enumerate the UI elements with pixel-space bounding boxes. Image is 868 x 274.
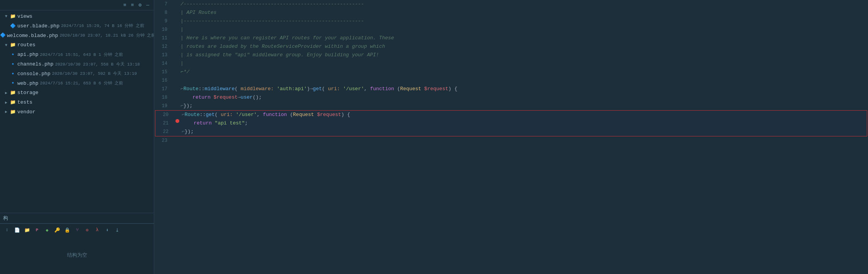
icon-down-arrow[interactable]: ⬇ — [103, 226, 111, 234]
tree-item-routes[interactable]: ▼ 📁 routes — [0, 40, 154, 50]
php-icon-api: 🔹 — [9, 51, 16, 59]
folder-icon-storage: 📁 — [9, 89, 16, 97]
file-meta-welcome-blade: 2020/10/30 23:07, 18.21 kB 26 分钟 之前 — [60, 32, 154, 39]
code-line-14: 14 | — [154, 59, 868, 68]
tree-item-views[interactable]: ▼ 📁 views — [0, 12, 154, 22]
structure-empty-label: 结构为空 — [0, 236, 154, 274]
line-num-9: 9 — [154, 17, 174, 25]
expand-arrow-tests: ▶ — [3, 100, 9, 106]
tree-item-user-blade[interactable]: 🔷 user.blade.php 2024/7/16 15:29, 74 B 1… — [0, 22, 154, 31]
code-line-20: 20 ⌐Route::get( uri: '/user', function (… — [155, 111, 867, 119]
tree-item-api-php[interactable]: 🔹 api.php 2024/7/16 15:51, 643 B 1 分钟 之前 — [0, 50, 154, 60]
editor-panel: 7 /-------------------------------------… — [154, 0, 868, 274]
tree-item-console-php[interactable]: 🔹 console.php 2020/10/30 23:07, 592 B 今天… — [0, 69, 154, 79]
tree-item-web-php[interactable]: 🔹 web.php 2024/7/16 15:21, 653 B 6 分钟 之前 — [0, 79, 154, 89]
code-area[interactable]: 7 /-------------------------------------… — [154, 0, 868, 274]
code-line-21: 21 return "api test"; — [155, 119, 867, 128]
line-content-19: ⌐}); — [179, 102, 868, 110]
new-file-icon[interactable]: 📄 — [13, 226, 21, 234]
align-right-icon[interactable]: ≡ — [130, 2, 136, 9]
folder-label-routes: routes — [17, 41, 35, 49]
line-content-8: | API Routes — [179, 8, 868, 17]
line-num-21: 21 — [155, 119, 175, 128]
icon-key[interactable]: 🔑 — [53, 226, 61, 234]
expand-arrow-vendor: ▶ — [3, 109, 9, 115]
line-content-7: /---------------------------------------… — [179, 0, 868, 8]
expand-arrow-views: ▼ — [3, 13, 9, 20]
code-line-18: 18 return $request→user(); — [154, 93, 868, 102]
tree-item-channels-php[interactable]: 🔹 channels.php 2020/10/30 23:07, 558 B 今… — [0, 60, 154, 69]
icon-diamond[interactable]: ◆ — [43, 226, 51, 234]
sort-icon[interactable]: ↕ — [3, 226, 11, 234]
php-icon-console: 🔹 — [9, 71, 16, 78]
code-line-7: 7 /-------------------------------------… — [154, 0, 868, 8]
line-num-23: 23 — [154, 136, 174, 145]
highlighted-block: 20 ⌐Route::get( uri: '/user', function (… — [155, 110, 867, 136]
line-num-13: 13 — [154, 51, 174, 59]
line-content-12: | routes are loaded by the RouteServiceP… — [179, 42, 868, 51]
line-num-16: 16 — [154, 76, 174, 85]
line-num-8: 8 — [154, 8, 174, 17]
expand-arrow-routes: ▼ — [3, 42, 9, 49]
code-line-15: 15 ⌐*/ — [154, 68, 868, 76]
tree-item-storage[interactable]: ▶ 📁 storage — [0, 88, 154, 98]
line-content-9: |---------------------------------------… — [179, 17, 868, 25]
line-num-22: 22 — [155, 128, 175, 136]
code-line-19: 19 ⌐}); — [154, 102, 868, 110]
file-meta-web: 2024/7/16 15:21, 653 B 6 分钟 之前 — [40, 80, 123, 87]
file-meta-console: 2020/10/30 23:07, 592 B 今天 13:19 — [52, 71, 137, 77]
line-content-11: | Here is where you can register API rou… — [179, 34, 868, 42]
icon-down-arrow2[interactable]: ⤓ — [113, 226, 121, 234]
folder-icon-tests: 📁 — [9, 99, 16, 106]
file-label-channels: channels.php — [17, 61, 54, 69]
line-content-13: | is assigned the "api" middleware group… — [179, 51, 868, 59]
line-num-11: 11 — [154, 34, 174, 42]
line-content-20: ⌐Route::get( uri: '/user', function (Req… — [180, 111, 867, 119]
line-content-17: ⌐Route::middleware( middleware: 'auth:ap… — [179, 85, 868, 93]
tree-item-vendor[interactable]: ▶ 📁 vendor — [0, 108, 154, 117]
icon-p[interactable]: P — [33, 226, 41, 234]
file-label-console: console.php — [17, 70, 51, 78]
left-top-toolbar: ≡ ≡ ⚙ — — [0, 0, 154, 10]
tree-item-welcome-blade[interactable]: 🔷 welcome.blade.php 2020/10/30 23:07, 18… — [0, 31, 154, 41]
bottom-toolbar: ↕ 📄 📁 P ◆ 🔑 🔒 ⑂ ⊙ λ ⬇ ⤓ — [0, 224, 154, 236]
file-label-welcome-blade: welcome.blade.php — [7, 32, 58, 40]
line-content-18: return $request→user(); — [179, 93, 868, 102]
code-line-13: 13 | is assigned the "api" middleware gr… — [154, 51, 868, 59]
breakpoint-dot-21 — [175, 119, 179, 123]
line-content-10: | — [179, 25, 868, 34]
settings-icon[interactable]: ⚙ — [137, 1, 143, 9]
new-folder-icon[interactable]: 📁 — [23, 226, 31, 234]
icon-branch[interactable]: ⑂ — [73, 226, 81, 234]
icon-lambda[interactable]: λ — [93, 226, 101, 234]
tree-item-tests[interactable]: ▶ 📁 tests — [0, 98, 154, 108]
folder-label-views: views — [17, 13, 32, 21]
code-line-22: 22 ⌐}); — [155, 128, 867, 136]
folder-icon-routes: 📁 — [9, 42, 16, 49]
file-label-web: web.php — [17, 80, 39, 88]
line-content-21: return "api test"; — [180, 119, 867, 128]
file-tree: ▼ 📁 views 🔷 user.blade.php 2024/7/16 15:… — [0, 10, 154, 213]
php-icon-channels: 🔹 — [9, 61, 16, 68]
expand-arrow-storage: ▶ — [3, 90, 9, 96]
icon-circle[interactable]: ⊙ — [83, 226, 91, 234]
icon-lock[interactable]: 🔒 — [63, 226, 71, 234]
folder-label-tests: tests — [17, 99, 32, 107]
code-line-11: 11 | Here is where you can register API … — [154, 34, 868, 42]
folder-label-vendor: vendor — [17, 108, 35, 116]
align-center-icon[interactable]: ≡ — [122, 2, 128, 9]
code-line-8: 8 | API Routes — [154, 8, 868, 17]
file-label-user-blade: user.blade.php — [17, 22, 59, 30]
line-content-22: ⌐}); — [180, 128, 867, 136]
php-icon-user-blade: 🔷 — [9, 23, 16, 30]
search-bar: 构 — [0, 213, 154, 224]
line-num-7: 7 — [154, 0, 174, 8]
code-line-16: 16 — [154, 76, 868, 85]
line-num-17: 17 — [154, 85, 174, 93]
left-panel: ≡ ≡ ⚙ — ▼ 📁 views 🔷 user.blade.php 2024/… — [0, 0, 154, 274]
line-num-15: 15 — [154, 68, 174, 76]
folder-label-storage: storage — [17, 89, 39, 97]
line-num-19: 19 — [154, 102, 174, 110]
minimize-icon[interactable]: — — [145, 2, 151, 9]
line-num-10: 10 — [154, 25, 174, 34]
